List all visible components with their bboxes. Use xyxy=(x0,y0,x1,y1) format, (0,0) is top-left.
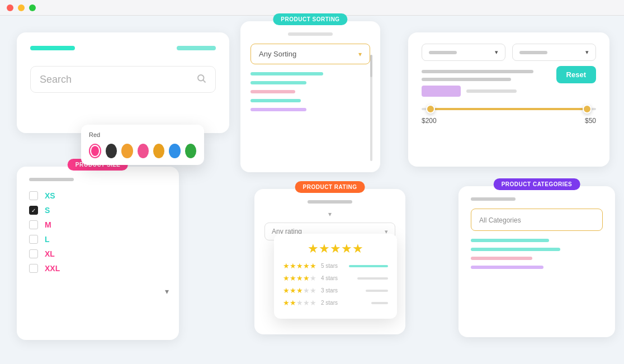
rating-row-4: ★★★★★ 4 stars xyxy=(283,274,388,282)
swatch-red[interactable] xyxy=(89,144,101,158)
swatch-green[interactable] xyxy=(185,144,196,158)
rating-3-label: 3 stars xyxy=(321,287,361,294)
categories-select[interactable]: All Categories xyxy=(471,209,603,231)
traffic-light-red[interactable] xyxy=(7,4,13,11)
sorting-item[interactable] xyxy=(250,108,306,111)
size-label-m: M xyxy=(45,220,51,229)
main-content: Search PRODUCT SORTING Any Sorting ▾ xyxy=(0,16,624,364)
search-card-top xyxy=(30,46,216,50)
categories-badge: PRODUCT CATEGORIES xyxy=(494,178,580,190)
price-dd-bar-2 xyxy=(519,51,547,54)
rating-4-label: 4 stars xyxy=(321,275,353,281)
rating-row-2: ★★★★★ 2 stars xyxy=(283,299,388,307)
size-item-xxl[interactable]: XXL xyxy=(29,264,167,273)
size-dropdown-arrow[interactable]: ▾ xyxy=(165,287,169,296)
size-card: PRODUCT SIZE XS ✓ S M L xyxy=(17,167,179,340)
rating-stars-5: ★★★★★ xyxy=(283,262,316,270)
price-dropdown-2[interactable]: ▾ xyxy=(512,44,596,61)
rating-stars-4: ★★★★★ xyxy=(283,274,316,282)
search-placeholder: Search xyxy=(40,74,72,86)
price-max-label: $50 xyxy=(585,117,596,125)
category-item-4[interactable] xyxy=(471,266,543,269)
search-card: Search xyxy=(17,32,229,133)
color-swatches xyxy=(89,144,196,158)
price-thumb-left[interactable] xyxy=(426,105,435,114)
traffic-light-yellow[interactable] xyxy=(18,4,25,11)
size-label-l: L xyxy=(45,235,50,244)
sorting-scrollbar[interactable] xyxy=(370,55,372,161)
price-labels: $200 $50 xyxy=(422,117,596,125)
size-item-xl[interactable]: XL xyxy=(29,249,167,258)
swatch-black[interactable] xyxy=(106,144,117,158)
checkbox-l[interactable] xyxy=(29,235,38,244)
sorting-item[interactable] xyxy=(250,90,295,93)
category-item-1[interactable] xyxy=(471,239,549,242)
categories-selected-option: All Categories xyxy=(479,216,521,224)
search-icon xyxy=(196,73,206,86)
checkbox-xl[interactable] xyxy=(29,249,38,258)
price-card: ▾ ▾ Reset $200 $50 xyxy=(408,32,609,167)
checkbox-xs[interactable] xyxy=(29,191,38,200)
categories-top-bar xyxy=(471,197,516,201)
categories-list xyxy=(471,239,603,269)
color-label: Red xyxy=(89,131,196,138)
search-input-wrap[interactable]: Search xyxy=(30,66,216,93)
sorting-badge: PRODUCT SORTING xyxy=(273,13,347,25)
sorting-scrollbar-thumb xyxy=(370,55,372,77)
swatch-black-inner xyxy=(106,144,117,158)
price-block xyxy=(422,86,461,97)
sorting-top-bar xyxy=(288,32,333,36)
swatch-green-inner xyxy=(185,144,196,158)
sorting-card: PRODUCT SORTING Any Sorting ▾ xyxy=(240,21,380,172)
price-dd-chevron-1: ▾ xyxy=(495,49,498,56)
rating-bar-2 xyxy=(371,302,388,304)
size-top-bar xyxy=(29,178,74,181)
traffic-light-green[interactable] xyxy=(29,4,36,11)
price-dropdown-1[interactable]: ▾ xyxy=(422,44,505,61)
category-item-2[interactable] xyxy=(471,248,560,251)
swatch-amber-inner xyxy=(153,144,164,158)
rating-stars-3: ★★★★★ xyxy=(283,286,316,295)
size-item-xs[interactable]: XS xyxy=(29,191,167,200)
swatch-pink[interactable] xyxy=(138,144,149,158)
price-thumb-right[interactable] xyxy=(583,105,592,114)
swatch-pink-inner xyxy=(138,144,149,158)
swatch-red-inner xyxy=(91,146,99,156)
reset-button[interactable]: Reset xyxy=(556,66,596,83)
rating-badge: PRODUCT RATING xyxy=(295,181,365,193)
swatch-blue[interactable] xyxy=(169,144,180,158)
sorting-item[interactable] xyxy=(250,72,323,75)
swatch-amber[interactable] xyxy=(153,144,164,158)
rating-bar-3 xyxy=(366,290,388,292)
size-label-xxl: XXL xyxy=(45,264,60,273)
sorting-select[interactable]: Any Sorting ▾ xyxy=(250,44,370,64)
size-label-s: S xyxy=(45,206,50,215)
size-label-xs: XS xyxy=(45,191,55,200)
swatch-orange[interactable] xyxy=(121,144,133,158)
sorting-item[interactable] xyxy=(250,81,306,84)
sorting-chevron-icon: ▾ xyxy=(358,50,362,58)
rating-row-5: ★★★★★ 5 stars xyxy=(283,262,388,270)
size-item-s[interactable]: ✓ S xyxy=(29,206,167,215)
size-item-l[interactable]: L xyxy=(29,235,167,244)
category-item-3[interactable] xyxy=(471,257,532,260)
price-min-label: $200 xyxy=(422,117,437,125)
price-slider-track[interactable] xyxy=(422,108,596,110)
price-card-dropdowns: ▾ ▾ xyxy=(422,44,596,61)
size-label-xl: XL xyxy=(45,249,55,258)
color-picker-popup: Red xyxy=(81,125,204,165)
checkbox-xxl[interactable] xyxy=(29,264,38,273)
rating-5-label: 5 stars xyxy=(321,263,344,269)
sorting-item[interactable] xyxy=(250,99,301,102)
price-slider-fill xyxy=(431,108,588,110)
size-list: XS ✓ S M L XL XXL xyxy=(29,191,167,273)
price-line-1 xyxy=(422,70,533,73)
svg-point-0 xyxy=(198,75,204,81)
rating-bar-4 xyxy=(357,277,388,280)
checkbox-s[interactable]: ✓ xyxy=(29,206,38,215)
categories-card: PRODUCT CATEGORIES All Categories xyxy=(458,186,615,337)
checkbox-m[interactable] xyxy=(29,220,38,229)
size-item-m[interactable]: M xyxy=(29,220,167,229)
sorting-selected-option: Any Sorting xyxy=(259,50,296,58)
swatch-blue-inner xyxy=(169,144,180,158)
